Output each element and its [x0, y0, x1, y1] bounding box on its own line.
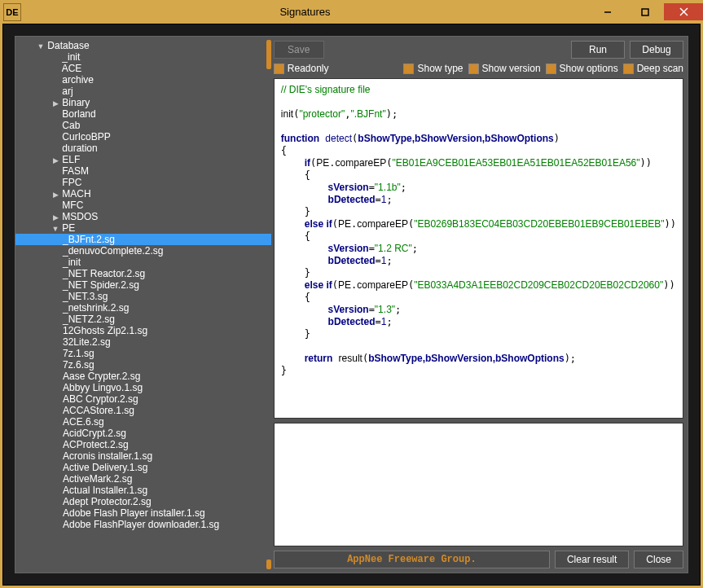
- code-editor[interactable]: // DIE's signature file init("protector"…: [274, 78, 683, 419]
- tree-item[interactable]: Aase Crypter.2.sg: [15, 371, 271, 382]
- status-text: AppNee Freeware Group.: [347, 554, 476, 565]
- showversion-checkbox[interactable]: Show version: [468, 63, 541, 74]
- tree-item[interactable]: AcidCrypt.2.sg: [15, 428, 271, 439]
- showtype-checkbox[interactable]: Show type: [403, 63, 463, 74]
- tree-item[interactable]: ▶ MSDOS: [15, 211, 271, 222]
- showtype-label: Show type: [417, 63, 463, 74]
- tree-item[interactable]: Adept Protector.2.sg: [15, 496, 271, 507]
- tree-item[interactable]: _NET Reactor.2.sg: [15, 268, 271, 279]
- tree-item[interactable]: _BJFnt.2.sg: [15, 234, 271, 245]
- app-icon: DE: [3, 3, 21, 21]
- tree-item[interactable]: Abbyy Lingvo.1.sg: [15, 382, 271, 393]
- tree-item[interactable]: _netshrink.2.sg: [15, 302, 271, 314]
- scrollbar-thumb-bottom[interactable]: [266, 559, 271, 569]
- tree-item[interactable]: arj: [15, 86, 271, 97]
- showoptions-label: Show options: [560, 63, 618, 74]
- tree-item[interactable]: Acronis installer.1.sg: [15, 450, 271, 462]
- tree-item[interactable]: ActiveMark.2.sg: [15, 473, 271, 485]
- window-title: Signatures: [21, 6, 589, 18]
- tree-item[interactable]: _denuvoComplete.2.sg: [15, 245, 271, 257]
- tree-item[interactable]: 12Ghosts Zip2.1.sg: [15, 325, 271, 336]
- titlebar: DE Signatures: [0, 0, 703, 24]
- close-window-button[interactable]: [664, 3, 703, 20]
- svg-rect-1: [642, 9, 648, 15]
- tree-root[interactable]: ▼ Database: [15, 40, 271, 51]
- tree-item[interactable]: ACE.6.sg: [15, 416, 271, 428]
- tree-item[interactable]: ACProtect.2.sg: [15, 439, 271, 450]
- tree-item[interactable]: Cab: [15, 120, 271, 131]
- tree-item[interactable]: ▶ MACH: [15, 188, 271, 200]
- debug-button[interactable]: Debug: [630, 41, 683, 59]
- tree-item[interactable]: _NETZ.2.sg: [15, 314, 271, 325]
- save-button[interactable]: Save: [274, 41, 324, 59]
- tree-item[interactable]: 7z.1.sg: [15, 348, 271, 359]
- tree-item[interactable]: Adobe Flash Player installer.1.sg: [15, 507, 271, 519]
- tree-item[interactable]: _init: [15, 257, 271, 268]
- status-bar: AppNee Freeware Group.: [274, 551, 550, 568]
- tree-panel: ▼ Database _init ACE archive arj▶ Binary…: [15, 37, 271, 573]
- showversion-label: Show version: [482, 63, 541, 74]
- readonly-label: Readonly: [288, 63, 329, 74]
- app-frame: ▼ Database _init ACE archive arj▶ Binary…: [2, 24, 701, 586]
- deepscan-label: Deep scan: [637, 63, 683, 74]
- maximize-button[interactable]: [626, 3, 664, 20]
- clear-result-button[interactable]: Clear result: [555, 551, 629, 568]
- tree-item[interactable]: _NET Spider.2.sg: [15, 279, 271, 291]
- run-button[interactable]: Run: [571, 41, 625, 59]
- tree-item[interactable]: ACE: [15, 63, 271, 74]
- tree-item[interactable]: Adobe FlashPlayer downloader.1.sg: [15, 519, 271, 530]
- tree-item[interactable]: _init: [15, 51, 271, 63]
- tree-item[interactable]: FPC: [15, 177, 271, 188]
- tree-item[interactable]: FASM: [15, 165, 271, 177]
- close-button[interactable]: Close: [634, 551, 683, 568]
- readonly-checkbox[interactable]: Readonly: [274, 63, 329, 74]
- tree-item[interactable]: MFC: [15, 200, 271, 211]
- tree-item[interactable]: 32Lite.2.sg: [15, 336, 271, 348]
- tree-item[interactable]: _NET.3.sg: [15, 291, 271, 302]
- tree-item[interactable]: ACCAStore.1.sg: [15, 405, 271, 416]
- deepscan-checkbox[interactable]: Deep scan: [623, 63, 683, 74]
- tree-item[interactable]: archive: [15, 74, 271, 86]
- tree-item[interactable]: Actual Installer.1.sg: [15, 485, 271, 496]
- tree-item[interactable]: ▼ PE: [15, 222, 271, 234]
- tree-item[interactable]: Borland: [15, 108, 271, 120]
- showoptions-checkbox[interactable]: Show options: [546, 63, 618, 74]
- tree-item[interactable]: ABC Cryptor.2.sg: [15, 393, 271, 405]
- minimize-button[interactable]: [589, 3, 626, 20]
- tree-item[interactable]: Active Delivery.1.sg: [15, 462, 271, 473]
- tree-item[interactable]: ▶ ELF: [15, 154, 271, 165]
- tree-item[interactable]: ▶ Binary: [15, 97, 271, 108]
- tree-item[interactable]: duration: [15, 143, 271, 154]
- scrollbar-thumb[interactable]: [266, 40, 271, 69]
- tree-item[interactable]: 7z.6.sg: [15, 359, 271, 371]
- tree-item[interactable]: CurIcoBPP: [15, 131, 271, 143]
- output-panel[interactable]: [274, 423, 683, 546]
